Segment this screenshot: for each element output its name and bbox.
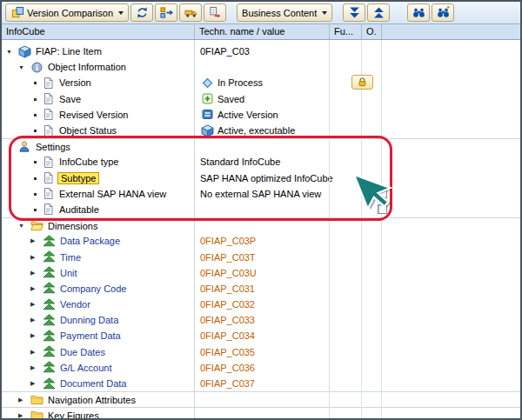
tree-row-navigation-attributes[interactable]: ▶Navigation Attributes (2, 391, 520, 407)
tree-row-external-sap-hana-view[interactable]: External SAP HANA viewNo external SAP HA… (2, 186, 520, 202)
transport-button[interactable] (179, 3, 202, 22)
tree-row-g-l-account[interactable]: ▶G/L Account0FIAP_C036 (2, 360, 520, 376)
row-label: Object Information (46, 62, 128, 72)
folder-closed-icon (30, 393, 44, 407)
version-comparison-button[interactable]: Version Comparison (5, 3, 129, 22)
collapse-all-button[interactable] (367, 3, 390, 22)
tree-row-value-cell: Active Version (195, 107, 520, 123)
tree-row-first-cell: ▼Dimensions (2, 218, 195, 233)
find-button[interactable] (407, 3, 430, 22)
toolbar: Version Comparison Business Content (2, 2, 520, 24)
tree-row-value-cell: SAP HANA optimized InfoCube (195, 170, 520, 186)
tree-row-save[interactable]: SaveSaved (2, 91, 520, 107)
active-version-icon (200, 108, 214, 122)
tree-row-value-cell: 0FIAP_C034 (195, 328, 520, 343)
expander-expanded-icon[interactable]: ▼ (5, 49, 17, 55)
tree-row-settings[interactable]: Settings (2, 138, 520, 154)
tree-row-first-cell: ▶Company Code (2, 281, 195, 297)
tree-row-company-code[interactable]: ▶Company Code0FIAP_C031 (2, 281, 520, 297)
tree-row-first-cell: ▶Document Data (2, 376, 195, 391)
tree-row-infocube-type[interactable]: InfoCube typeStandard InfoCube (2, 154, 520, 170)
expander-expanded-icon[interactable]: ▼ (17, 223, 30, 229)
bullet-icon (30, 186, 41, 202)
tree-row-first-cell: ▶Vendor (2, 297, 195, 312)
expander-collapsed-icon[interactable]: ▶ (30, 332, 42, 339)
transfer-icon (159, 6, 173, 20)
row-label: Version (57, 77, 93, 88)
double-up-icon (371, 6, 385, 20)
tree-row-due-dates[interactable]: ▶Due Dates0FIAP_C035 (2, 344, 520, 360)
row-label: Data Package (58, 236, 122, 246)
copy-button[interactable] (204, 3, 226, 22)
tree-row-first-cell: ▶Dunning Data (2, 312, 195, 328)
settings-icon (17, 140, 31, 154)
row-label: Dunning Data (58, 315, 120, 325)
tree-row-document-data[interactable]: ▶Document Data0FIAP_C037 (2, 376, 520, 391)
expander-collapsed-icon[interactable]: ▶ (30, 270, 42, 277)
column-header-techn-name[interactable]: Techn. name / value (195, 24, 330, 39)
tree-row-first-cell: Settings (2, 139, 195, 154)
tree-row-object-status[interactable]: Object StatusActive, executable (2, 123, 520, 138)
display-change-toggle-button[interactable] (351, 75, 373, 90)
row-value: Active Version (218, 110, 278, 120)
tree-row-dunning-data[interactable]: ▶Dunning Data0FIAP_C033 (2, 312, 520, 328)
tree-row-version[interactable]: VersionIn Process (2, 75, 520, 90)
column-header-row: InfoCube Techn. name / value Fu... O. (2, 24, 520, 40)
tree-row-vendor[interactable]: ▶Vendor0FIAP_C032 (2, 297, 520, 312)
row-value: Active, executable (218, 125, 295, 136)
tree-row-first-cell: ▶Time (2, 249, 195, 264)
expander-expanded-icon[interactable]: ▼ (17, 64, 30, 70)
tree-row-value-cell: 0FIAP_C03T (195, 249, 520, 264)
tree-row-time[interactable]: ▶Time0FIAP_C03T (2, 249, 520, 264)
dimension-icon (42, 250, 56, 264)
row-label: Company Code (58, 283, 128, 294)
dimension-icon (42, 329, 56, 343)
tree-row-auditable[interactable]: Auditable (2, 202, 520, 217)
tree-row-fiap-line-item[interactable]: ▼FIAP: Line Item0FIAP_C03 (2, 43, 520, 59)
column-header-infocube[interactable]: InfoCube (2, 24, 195, 39)
expander-collapsed-icon[interactable]: ▶ (30, 349, 42, 356)
copy-icon (208, 6, 222, 20)
row-checkbox[interactable] (378, 204, 387, 214)
expander-collapsed-icon[interactable]: ▶ (17, 412, 30, 419)
tree-row-value-cell (195, 59, 520, 75)
expander-collapsed-icon[interactable]: ▶ (30, 301, 42, 308)
tree-row-unit[interactable]: ▶Unit0FIAP_C03U (2, 265, 520, 281)
row-value: SAP HANA optimized InfoCube (200, 173, 333, 183)
tree-row-first-cell: ▼Object Information (2, 59, 195, 75)
expander-collapsed-icon[interactable]: ▶ (30, 285, 42, 292)
dimension-icon (42, 313, 56, 327)
tree-row-object-information[interactable]: ▼Object Information (2, 59, 520, 75)
tree-row-subtype[interactable]: SubtypeSAP HANA optimized InfoCube (2, 170, 520, 186)
row-value: Saved (218, 94, 244, 104)
expander-collapsed-icon[interactable]: ▶ (17, 397, 30, 403)
expander-collapsed-icon[interactable]: ▶ (30, 380, 42, 387)
tree-row-key-figures[interactable]: ▶Key Figures (2, 407, 520, 420)
transfer-button[interactable] (155, 3, 177, 22)
tree-row-value-cell: 0FIAP_C03P (195, 233, 520, 249)
dimension-icon (42, 361, 56, 375)
column-header-filler (382, 24, 520, 39)
tree-row-dimensions[interactable]: ▼Dimensions (2, 217, 520, 233)
expander-collapsed-icon[interactable]: ▶ (30, 254, 42, 261)
row-checkbox[interactable] (378, 189, 387, 198)
column-header-o[interactable]: O. (362, 24, 382, 39)
tree-row-payment-data[interactable]: ▶Payment Data0FIAP_C034 (2, 328, 520, 343)
adjust-button[interactable] (130, 3, 153, 22)
tree-row-value-cell (195, 139, 520, 154)
expand-all-button[interactable] (343, 3, 365, 22)
tree-row-first-cell: ▶Due Dates (2, 344, 195, 360)
business-content-button[interactable]: Business Content (237, 3, 332, 22)
tree-row-first-cell: Auditable (2, 202, 195, 217)
expander-collapsed-icon[interactable]: ▶ (30, 364, 42, 371)
column-header-fu[interactable]: Fu... (330, 24, 362, 39)
find-next-button[interactable] (432, 3, 454, 22)
expander-collapsed-icon[interactable]: ▶ (30, 317, 42, 323)
saved-icon (200, 92, 214, 106)
expander-collapsed-icon[interactable]: ▶ (30, 237, 42, 244)
tree-row-value-cell: 0FIAP_C033 (195, 312, 520, 328)
tree-row-first-cell: ▶Data Package (2, 233, 195, 249)
tree-row-data-package[interactable]: ▶Data Package0FIAP_C03P (2, 233, 520, 249)
row-label: InfoCube type (57, 157, 121, 167)
tree-row-revised-version[interactable]: Revised VersionActive Version (2, 107, 520, 123)
